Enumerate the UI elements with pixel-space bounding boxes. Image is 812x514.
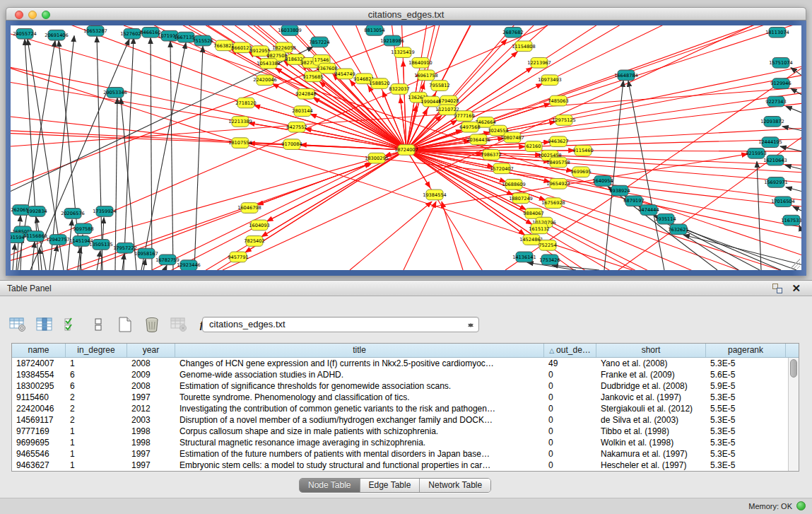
table-cell[interactable]: 0 (544, 437, 596, 448)
graph-edge[interactable] (628, 81, 664, 270)
table-cell[interactable]: Corpus callosum shape and size in male p… (175, 426, 544, 437)
table-scrollbar[interactable] (788, 358, 799, 471)
network-canvas[interactable]: 2405572420691406106532871527602184661601… (11, 25, 801, 270)
table-cell[interactable]: 18300295 (12, 380, 66, 392)
table-cell[interactable]: Genome-wide association studies in ADHD. (175, 369, 544, 380)
graph-edge[interactable] (406, 150, 801, 270)
table-cell[interactable]: Tibbo et al. (1998) (596, 426, 706, 437)
table-cell[interactable]: 18724007 (12, 358, 66, 369)
table-cell[interactable]: 1 (66, 358, 127, 369)
table-cell[interactable]: 0 (544, 392, 596, 403)
table-cell[interactable]: 6 (66, 380, 127, 392)
table-cell[interactable]: Embryonic stem cells: a model to study s… (175, 460, 544, 471)
table-cell[interactable]: 2 (66, 392, 127, 403)
table-cell[interactable]: 9699695 (12, 437, 66, 448)
table-cell[interactable]: 49 (544, 358, 596, 369)
table-cell[interactable]: 1997 (127, 460, 175, 471)
table-cell[interactable]: 9463627 (12, 460, 66, 471)
column-header-pagerank[interactable]: pagerank (706, 344, 786, 357)
table-cell[interactable]: Estimation of the future numbers of pati… (175, 448, 544, 460)
graph-edge[interactable] (143, 259, 146, 270)
table-cell[interactable]: 22420046 (12, 403, 66, 414)
network-graph[interactable]: 2405572420691406106532871527602184661601… (11, 25, 801, 270)
table-cell[interactable]: Franke et al. (2009) (596, 369, 706, 380)
new-file-icon[interactable] (116, 315, 134, 334)
table-cell[interactable]: 9465546 (12, 448, 66, 460)
graph-edge[interactable] (261, 150, 406, 237)
table-row[interactable]: 911546021997Tourette syndrome. Phenomeno… (12, 392, 799, 403)
graph-edge[interactable] (786, 187, 801, 192)
graph-edge[interactable] (435, 154, 748, 206)
table-cell[interactable]: 5.3E-5 (706, 460, 786, 471)
table-cell[interactable]: 1 (66, 437, 127, 448)
table-cell[interactable]: 0 (544, 460, 596, 471)
table-row[interactable]: 2242004622012Investigating the contribut… (12, 403, 799, 414)
graph-edge[interactable] (786, 106, 801, 112)
float-panel-icon[interactable] (772, 284, 782, 293)
table-row[interactable]: 969969511998Structural magnetic resonanc… (12, 437, 799, 448)
graph-edge[interactable] (406, 105, 416, 150)
graph-edge[interactable] (406, 150, 801, 270)
tab-network-table[interactable]: Network Table (420, 479, 490, 492)
table-settings-icon[interactable] (8, 315, 27, 334)
rows-icon[interactable] (89, 315, 107, 334)
table-row[interactable]: 1938455462009Genome-wide association stu… (12, 369, 799, 380)
table-row[interactable]: 1456911722003Disruption of a novel membe… (12, 414, 799, 426)
table-cell[interactable]: Investigating the contribution of common… (175, 403, 544, 414)
scrollbar-thumb[interactable] (790, 359, 797, 378)
graph-edge[interactable] (170, 41, 173, 270)
table-cell[interactable]: Wolkin et al. (1998) (596, 437, 706, 448)
table-cell[interactable]: 0 (544, 380, 596, 392)
table-cell[interactable]: 0 (544, 426, 596, 437)
tab-edge-table[interactable]: Edge Table (360, 479, 420, 492)
tab-node-table[interactable]: Node Table (300, 479, 360, 492)
table-cell[interactable]: Dudbridge et al. (2008) (596, 380, 706, 392)
table-cell[interactable]: 0 (544, 448, 596, 460)
table-cell[interactable]: Disruption of a novel member of a sodium… (175, 414, 544, 426)
graph-edge[interactable] (406, 150, 801, 270)
graph-edge[interactable] (406, 150, 801, 270)
table-cell[interactable]: 2008 (127, 380, 175, 392)
table-cell[interactable]: Structural magnetic resonance image aver… (175, 437, 544, 448)
table-cell[interactable]: 6 (66, 369, 127, 380)
table-cell[interactable]: 2 (66, 414, 127, 426)
select-columns-icon[interactable] (35, 315, 54, 334)
column-header-name[interactable]: name (12, 344, 66, 357)
graph-edge[interactable] (683, 235, 801, 264)
graph-edge[interactable] (406, 150, 801, 270)
table-cell[interactable]: Changes of HCN gene expression and I(f) … (175, 358, 544, 369)
table-row[interactable]: 946554611997Estimation of the future num… (12, 448, 799, 460)
table-row[interactable]: 1830029562008Estimation of significance … (12, 380, 799, 392)
column-header-in_degree[interactable]: in_degree (66, 344, 127, 357)
table-cell[interactable]: 1 (66, 426, 127, 437)
graph-edge[interactable] (406, 150, 801, 270)
table-cell[interactable]: Hescheler et al. (1997) (596, 460, 706, 471)
table-cell[interactable]: 5.9E-5 (706, 380, 786, 392)
graph-edge[interactable] (406, 150, 801, 270)
table-cell[interactable]: 5.3E-5 (706, 448, 786, 460)
window-titlebar[interactable]: citations_edges.txt (6, 7, 806, 21)
graph-edge[interactable] (67, 220, 72, 270)
graph-edge[interactable] (406, 150, 801, 270)
table-cell[interactable]: 1 (66, 448, 127, 460)
graph-edge[interactable] (799, 225, 801, 231)
graph-edge[interactable] (124, 25, 801, 255)
graph-edge[interactable] (151, 38, 152, 270)
close-panel-icon[interactable]: ✕ (792, 282, 801, 295)
table-cell[interactable]: 1998 (127, 437, 175, 448)
table-cell[interactable]: 2 (66, 403, 127, 414)
table-cell[interactable]: Jankovic et al. (1997) (596, 392, 706, 403)
table-cell[interactable]: 19384554 (12, 369, 66, 380)
graph-edge[interactable] (13, 244, 15, 270)
table-cell[interactable]: 14569117 (12, 414, 66, 426)
graph-edge[interactable] (53, 245, 57, 270)
graph-edge[interactable] (406, 150, 801, 270)
table-cell[interactable]: Yano et al. (2008) (596, 358, 706, 369)
column-header-year[interactable]: year (127, 344, 175, 357)
checklist-icon[interactable] (62, 315, 81, 334)
graph-edge[interactable] (406, 150, 801, 270)
table-row[interactable]: 946362711997Embryonic stem cells: a mode… (12, 460, 799, 471)
table-cell[interactable]: 1997 (127, 448, 175, 460)
table-cell[interactable]: 0 (544, 403, 596, 414)
table-cell[interactable]: 5.5E-5 (706, 403, 786, 414)
